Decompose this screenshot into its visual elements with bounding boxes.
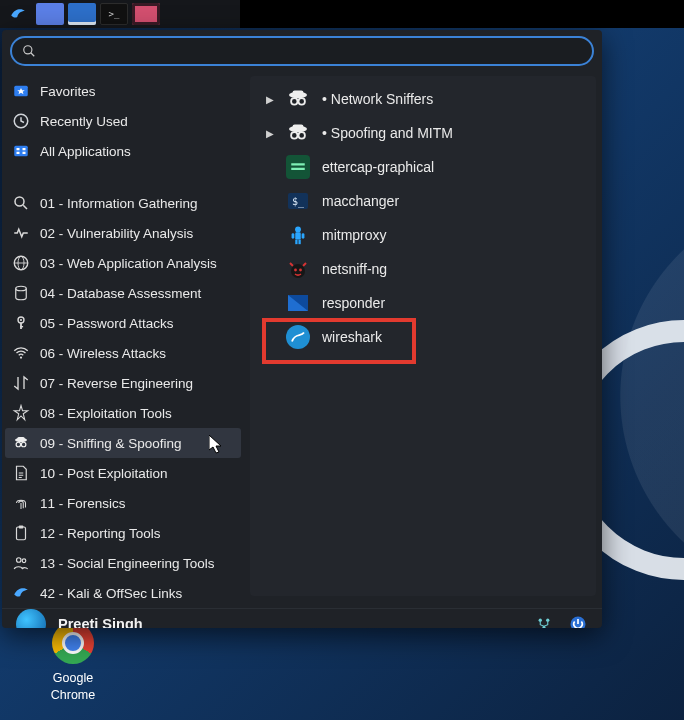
category-09[interactable]: 09 - Sniffing & Spoofing	[5, 428, 241, 458]
clipboard-icon	[12, 524, 30, 542]
app-netsniff-ng[interactable]: netsniff-ng	[254, 252, 592, 286]
wireshark-icon	[286, 325, 310, 349]
category-label: 05 - Password Attacks	[40, 316, 174, 331]
category-label: 42 - Kali & OffSec Links	[40, 586, 182, 601]
svg-point-38	[291, 132, 297, 138]
category-label: 11 - Forensics	[40, 496, 126, 511]
svg-text:$_: $_	[292, 196, 305, 208]
menu-left-column: Favorites Recently Used All Applications	[2, 72, 244, 608]
category-42[interactable]: 42 - Kali & OffSec Links	[2, 578, 244, 608]
search-field[interactable]	[10, 36, 594, 66]
person-icon	[286, 223, 310, 247]
terminal-icon: $_	[286, 189, 310, 213]
category-label: 09 - Sniffing & Spoofing	[40, 436, 182, 451]
database-icon	[12, 284, 30, 302]
taskbar-fill	[240, 0, 684, 28]
app-label: mitmproxy	[322, 227, 387, 243]
category-label: 07 - Reverse Engineering	[40, 376, 193, 391]
menu-right-panel: ▶ Network Sniffers ▶ Spoofing and MITM e…	[250, 76, 596, 596]
svg-point-29	[17, 558, 22, 563]
search-input[interactable]	[44, 44, 582, 59]
app-wireshark[interactable]: wireshark	[254, 320, 592, 354]
category-05[interactable]: 05 - Password Attacks	[2, 308, 244, 338]
svg-point-15	[16, 286, 27, 291]
svg-rect-23	[17, 437, 25, 441]
user-avatar[interactable]	[16, 609, 46, 628]
svg-rect-7	[23, 148, 26, 150]
svg-rect-6	[17, 148, 20, 150]
subgroup-network-sniffers[interactable]: ▶ Network Sniffers	[254, 82, 592, 116]
app-macchanger[interactable]: $_ macchanger	[254, 184, 592, 218]
menu-favorites[interactable]: Favorites	[2, 76, 244, 106]
category-11[interactable]: 11 - Forensics	[2, 488, 244, 518]
app-label: wireshark	[322, 329, 382, 345]
app-label: netsniff-ng	[322, 261, 387, 277]
svg-point-45	[295, 227, 301, 233]
svg-point-51	[291, 264, 305, 278]
category-10[interactable]: 10 - Post Exploitation	[2, 458, 244, 488]
app-ettercap[interactable]: ettercap-graphical	[254, 150, 592, 184]
magnifier-icon	[12, 194, 30, 212]
power-icon[interactable]	[568, 614, 588, 628]
category-04[interactable]: 04 - Database Assessment	[2, 278, 244, 308]
svg-point-30	[22, 559, 26, 563]
category-label: 08 - Exploitation Tools	[40, 406, 172, 421]
desktop-icon-chrome[interactable]: Google Chrome	[38, 622, 108, 704]
taskbar	[0, 0, 240, 28]
spy-icon	[286, 121, 310, 145]
fingerprint-icon	[12, 494, 30, 512]
category-13[interactable]: 13 - Social Engineering Tools	[2, 548, 244, 578]
svg-point-10	[15, 197, 24, 206]
terminal-button[interactable]	[100, 3, 128, 25]
app-label: macchanger	[322, 193, 399, 209]
svg-point-17	[20, 319, 22, 321]
svg-rect-48	[302, 233, 305, 239]
category-03[interactable]: 03 - Web Application Analysis	[2, 248, 244, 278]
menu-footer: Preeti Singh	[2, 608, 602, 628]
category-01[interactable]: 01 - Information Gathering	[2, 188, 244, 218]
spy-icon	[12, 434, 30, 452]
svg-rect-27	[17, 527, 26, 540]
svg-point-56	[539, 619, 542, 622]
svg-point-58	[542, 626, 545, 628]
kali-icon	[12, 584, 30, 602]
category-06[interactable]: 06 - Wireless Attacks	[2, 338, 244, 368]
svg-rect-28	[19, 526, 24, 529]
svg-rect-8	[17, 152, 20, 154]
subgroup-spoofing-mitm[interactable]: ▶ Spoofing and MITM	[254, 116, 592, 150]
settings-icon[interactable]	[534, 614, 554, 628]
menu-recently-used[interactable]: Recently Used	[2, 106, 244, 136]
file-manager-button[interactable]	[68, 3, 96, 25]
application-menu: Favorites Recently Used All Applications	[2, 30, 602, 628]
category-12[interactable]: 12 - Reporting Tools	[2, 518, 244, 548]
start-button[interactable]	[4, 3, 32, 25]
subgroup-label: Spoofing and MITM	[322, 125, 453, 141]
menu-all-applications[interactable]: All Applications	[2, 136, 244, 166]
menu-all-applications-label: All Applications	[40, 144, 131, 159]
svg-point-34	[299, 98, 305, 104]
category-08[interactable]: 08 - Exploitation Tools	[2, 398, 244, 428]
app-mitmproxy[interactable]: mitmproxy	[254, 218, 592, 252]
app-label: responder	[322, 295, 385, 311]
svg-line-1	[31, 53, 35, 57]
svg-rect-42	[291, 168, 305, 170]
show-desktop-button[interactable]	[36, 3, 64, 25]
category-07[interactable]: 07 - Reverse Engineering	[2, 368, 244, 398]
svg-point-33	[291, 98, 297, 104]
svg-point-25	[21, 442, 26, 447]
clock-icon	[12, 112, 30, 130]
app-responder[interactable]: responder	[254, 286, 592, 320]
svg-rect-5	[14, 146, 28, 157]
text-editor-button[interactable]	[132, 3, 160, 25]
svg-marker-21	[14, 406, 28, 420]
chevron-right-icon: ▶	[266, 128, 274, 139]
chrome-icon	[52, 622, 94, 664]
svg-rect-41	[291, 163, 305, 165]
category-02[interactable]: 02 - Vulnerability Analysis	[2, 218, 244, 248]
app-label: ettercap-graphical	[322, 159, 434, 175]
svg-point-0	[24, 46, 32, 54]
doc-icon	[12, 464, 30, 482]
category-label: 06 - Wireless Attacks	[40, 346, 166, 361]
username-label: Preeti Singh	[58, 616, 522, 628]
grid-icon	[12, 142, 30, 160]
